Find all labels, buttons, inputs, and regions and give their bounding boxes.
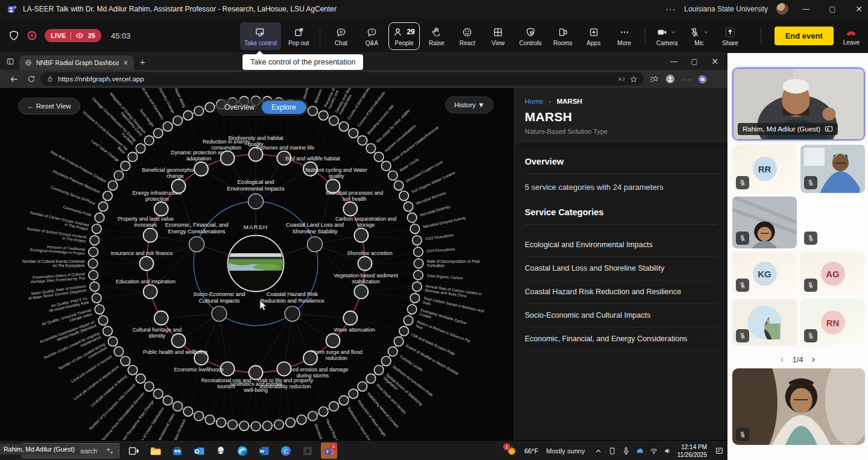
- tab-actions-icon[interactable]: [6, 57, 14, 66]
- outer-parameter-node[interactable]: [163, 122, 173, 131]
- radial-graph-canvas[interactable]: Abundance of fish and shellfishBiomass o…: [0, 88, 514, 440]
- service-category-item[interactable]: Socio-Economic and Cultural Impacts: [525, 304, 717, 327]
- browser-more-icon[interactable]: ···: [682, 75, 691, 84]
- shield-icon[interactable]: [8, 30, 19, 41]
- participant-tile[interactable]: [800, 197, 865, 248]
- participant-tile[interactable]: RR: [732, 145, 797, 193]
- outer-parameter-node[interactable]: [410, 224, 420, 234]
- taskbar-outlook-icon[interactable]: [191, 443, 207, 459]
- outer-parameter-node[interactable]: [98, 202, 108, 212]
- participant-tile[interactable]: KG: [732, 252, 797, 295]
- outer-parameter-node[interactable]: [108, 181, 118, 191]
- apps-button[interactable]: Apps: [580, 22, 607, 50]
- mic-button[interactable]: Mic: [685, 22, 714, 50]
- outer-parameter-node[interactable]: [183, 111, 193, 121]
- parameter-node[interactable]: [154, 202, 168, 216]
- category-node[interactable]: [307, 237, 322, 252]
- outer-parameter-node[interactable]: [128, 152, 138, 162]
- outer-parameter-node[interactable]: [399, 191, 409, 201]
- outer-parameter-node[interactable]: [251, 421, 261, 431]
- outer-parameter-node[interactable]: [90, 236, 100, 245]
- tray-chevron-up-icon[interactable]: [594, 447, 603, 455]
- react-button[interactable]: React: [454, 22, 481, 50]
- taskbar-canva-icon[interactable]: C: [277, 443, 294, 459]
- parameter-node[interactable]: [277, 362, 291, 376]
- parameter-node[interactable]: [343, 311, 357, 325]
- taskbar-word-icon[interactable]: W: [256, 443, 272, 459]
- tray-mic-small-icon[interactable]: [622, 447, 630, 455]
- titlebar-more-icon[interactable]: ···: [665, 4, 676, 14]
- parameter-node[interactable]: [144, 228, 157, 242]
- outer-parameter-node[interactable]: [394, 337, 404, 347]
- parameter-node[interactable]: [172, 333, 186, 347]
- outer-parameter-node[interactable]: [121, 161, 130, 171]
- outer-parameter-node[interactable]: [173, 402, 183, 411]
- outer-parameter-node[interactable]: [108, 337, 118, 347]
- new-tab-button[interactable]: +: [140, 57, 145, 67]
- user-avatar[interactable]: [776, 3, 788, 15]
- share-button[interactable]: Share: [717, 22, 744, 50]
- parameter-node[interactable]: [172, 180, 186, 194]
- outer-parameter-node[interactable]: [95, 213, 104, 222]
- parameter-node[interactable]: [354, 228, 368, 242]
- service-category-item[interactable]: Coastal Hazard Risk Reduction and Resili…: [525, 280, 717, 304]
- outer-parameter-node[interactable]: [163, 395, 173, 405]
- outer-parameter-node[interactable]: [297, 415, 306, 424]
- minimize-button[interactable]: —: [797, 0, 815, 18]
- pop-out-button[interactable]: Pop out: [284, 22, 313, 50]
- outer-parameter-node[interactable]: [407, 213, 417, 222]
- outer-parameter-node[interactable]: [144, 136, 154, 145]
- people-button[interactable]: 29People: [388, 22, 419, 50]
- favorites-bar-icon[interactable]: [650, 75, 659, 84]
- outer-parameter-node[interactable]: [374, 365, 384, 375]
- outer-parameter-node[interactable]: [228, 420, 238, 429]
- pinned-video-tile[interactable]: [732, 368, 865, 445]
- taskbar-edge-icon[interactable]: [234, 443, 250, 459]
- outer-parameter-node[interactable]: [144, 382, 154, 391]
- overview-toggle[interactable]: Overview: [224, 103, 255, 112]
- outer-parameter-node[interactable]: [358, 382, 367, 391]
- outer-parameter-node[interactable]: [98, 316, 108, 326]
- taskbar-store-icon[interactable]: [169, 443, 185, 459]
- service-category-item[interactable]: Economic, Financial, and Energy Consider…: [525, 327, 717, 351]
- outer-parameter-node[interactable]: [366, 143, 376, 153]
- outer-parameter-node[interactable]: [153, 128, 163, 138]
- weather-icon[interactable]: 1: [506, 445, 518, 456]
- outer-parameter-node[interactable]: [404, 202, 413, 212]
- outer-parameter-node[interactable]: [358, 136, 367, 145]
- outer-parameter-node[interactable]: [381, 161, 391, 171]
- copilot-sparkles-icon[interactable]: [105, 446, 114, 455]
- outer-parameter-node[interactable]: [329, 402, 339, 411]
- outer-parameter-node[interactable]: [407, 304, 417, 314]
- outer-parameter-node[interactable]: [374, 152, 384, 162]
- tray-wifi-icon[interactable]: [650, 447, 658, 455]
- taskbar-alienware-icon[interactable]: [212, 443, 229, 459]
- favorite-star-icon[interactable]: [630, 75, 638, 83]
- parameter-node[interactable]: [303, 351, 317, 365]
- participant-tile[interactable]: [800, 145, 865, 193]
- tray-phone-link-icon[interactable]: [608, 447, 616, 455]
- outer-parameter-node[interactable]: [103, 191, 113, 201]
- outer-parameter-node[interactable]: [318, 111, 328, 121]
- browser-tab[interactable]: NNBF Radial Graph Dashboard ✕: [19, 55, 134, 70]
- back-icon[interactable]: [10, 75, 19, 84]
- tray-volume-icon[interactable]: [664, 447, 672, 455]
- outer-parameter-node[interactable]: [410, 294, 420, 303]
- outer-parameter-node[interactable]: [349, 128, 358, 138]
- outer-parameter-node[interactable]: [173, 116, 183, 125]
- rooms-button[interactable]: Rooms: [549, 22, 577, 50]
- outer-parameter-node[interactable]: [217, 418, 226, 427]
- leave-button[interactable]: Leave: [843, 26, 860, 46]
- outer-parameter-node[interactable]: [349, 389, 358, 399]
- outer-parameter-node[interactable]: [412, 236, 422, 245]
- service-category-item[interactable]: Ecological and Environmental Impacts: [525, 233, 717, 257]
- outer-parameter-node[interactable]: [128, 365, 138, 375]
- outer-parameter-node[interactable]: [414, 247, 423, 257]
- outer-parameter-node[interactable]: [388, 171, 398, 180]
- participant-tile[interactable]: [732, 197, 797, 248]
- outer-parameter-node[interactable]: [92, 224, 101, 234]
- browser-profile-icon[interactable]: [665, 74, 676, 84]
- outer-parameter-node[interactable]: [103, 326, 113, 336]
- chat-button[interactable]: Chat: [327, 22, 355, 50]
- outer-parameter-node[interactable]: [90, 282, 100, 292]
